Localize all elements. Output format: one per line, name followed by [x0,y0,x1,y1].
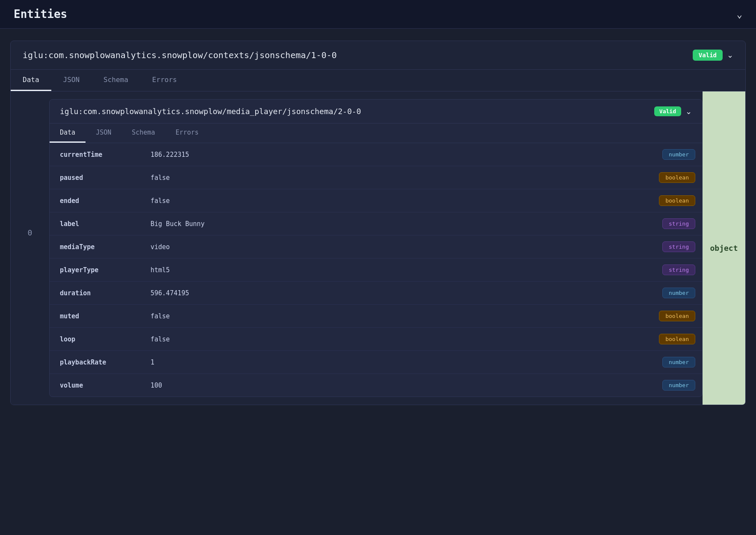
row-value: 100 [144,376,651,395]
outer-tab-data[interactable]: Data [11,70,51,91]
outer-tab-errors[interactable]: Errors [140,70,189,91]
type-badge: string [662,265,695,275]
table-row: playbackRate 1 number [50,351,702,374]
row-value: 1 [144,353,651,372]
row-key: paused [50,168,144,188]
type-badge: number [662,357,695,367]
row-key: mediaType [50,237,144,257]
row-key: currentTime [50,145,144,165]
outer-card: iglu:com.snowplowanalytics.snowplow/cont… [10,41,746,405]
row-type: boolean [651,166,702,189]
row-type: number [651,351,702,373]
inner-tab-errors[interactable]: Errors [165,123,209,143]
row-type: string [651,259,702,281]
row-value: 596.474195 [144,283,651,303]
page-title: Entities [14,8,67,21]
row-key: muted [50,306,144,326]
type-badge: boolean [659,195,695,206]
table-row: loop false boolean [50,328,702,351]
row-type: boolean [651,305,702,327]
row-value: html5 [144,260,651,280]
row-type: boolean [651,328,702,350]
inner-card: iglu:com.snowplowanalytics.snowplow/medi… [49,99,703,397]
table-row: playerType html5 string [50,259,702,282]
inner-tab-json[interactable]: JSON [86,123,121,143]
inner-valid-badge: Valid [654,106,681,116]
table-row: duration 596.474195 number [50,282,702,305]
outer-card-header: iglu:com.snowplowanalytics.snowplow/cont… [11,41,745,70]
chevron-down-icon[interactable]: ⌄ [737,9,742,20]
outer-tabs: Data JSON Schema Errors [11,70,745,91]
row-value: Big Buck Bunny [144,214,651,234]
row-type: number [651,282,702,304]
type-badge: string [662,218,695,229]
outer-tab-schema[interactable]: Schema [92,70,140,91]
main-content: 0 iglu:com.snowplowanalytics.snowplow/me… [11,91,745,405]
row-value: false [144,191,651,211]
type-badge: string [662,241,695,252]
row-type: number [651,143,702,166]
row-key: playerType [50,260,144,280]
inner-tab-schema[interactable]: Schema [121,123,165,143]
row-type: string [651,235,702,258]
row-value: false [144,168,651,188]
row-value: video [144,237,651,257]
row-value: false [144,329,651,349]
inner-card-header: iglu:com.snowplowanalytics.snowplow/medi… [50,100,702,123]
row-type: string [651,212,702,235]
row-value: 186.222315 [144,145,651,165]
type-badge: boolean [659,334,695,344]
row-key: playbackRate [50,353,144,372]
top-header: Entities ⌄ [0,0,756,29]
table-row: mediaType video string [50,235,702,259]
object-label: object [710,244,738,253]
type-badge: number [662,380,695,391]
row-key: loop [50,329,144,349]
table-row: volume 100 number [50,374,702,397]
row-type: number [651,374,702,397]
type-badge: number [662,149,695,160]
outer-valid-badge: Valid [693,50,723,61]
inner-tabs: Data JSON Schema Errors [50,123,702,143]
object-label-column: object [703,91,745,405]
type-badge: boolean [659,172,695,183]
table-row: muted false boolean [50,305,702,328]
row-type: boolean [651,189,702,212]
row-key: volume [50,376,144,395]
data-table: currentTime 186.222315 number paused fal… [50,143,702,397]
outer-schema-uri: iglu:com.snowplowanalytics.snowplow/cont… [23,50,337,60]
inner-header-right: Valid ⌄ [654,106,692,116]
type-badge: boolean [659,311,695,321]
index-value: 0 [28,228,32,237]
table-row: label Big Buck Bunny string [50,212,702,235]
table-row: paused false boolean [50,166,702,189]
inner-schema-uri: iglu:com.snowplowanalytics.snowplow/medi… [60,107,361,116]
row-key: duration [50,283,144,303]
outer-header-right: Valid ⌄ [693,50,733,61]
inner-tab-data[interactable]: Data [50,123,86,143]
row-value: false [144,306,651,326]
inner-chevron-button[interactable]: ⌄ [685,107,692,116]
table-row: ended false boolean [50,189,702,212]
row-key: label [50,214,144,234]
inner-card-wrapper: iglu:com.snowplowanalytics.snowplow/medi… [49,91,745,405]
outer-tab-json[interactable]: JSON [51,70,92,91]
type-badge: number [662,288,695,298]
table-row: currentTime 186.222315 number [50,143,702,166]
index-column: 0 [11,91,49,405]
row-key: ended [50,191,144,211]
outer-chevron-button[interactable]: ⌄ [727,50,733,60]
